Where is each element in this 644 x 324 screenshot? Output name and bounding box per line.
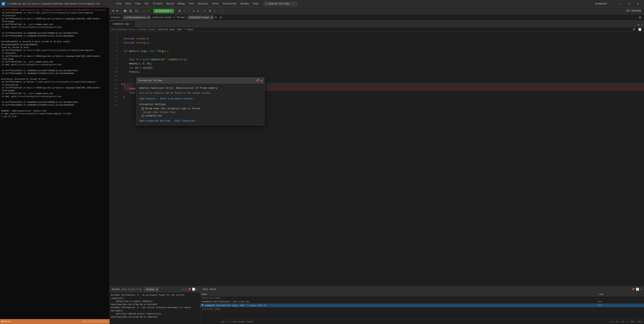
menu-extensions[interactable]: Extensions <box>221 2 238 6</box>
tab-settings-btn[interactable]: ⚙ <box>636 23 640 27</box>
toolbar-redo-btn[interactable]: ↷ <box>146 9 150 13</box>
menu-window[interactable]: Window <box>239 2 251 6</box>
toolbar-back-btn[interactable]: ◄ <box>111 9 115 13</box>
status-right: Ln: 13 Ch: 3 SPC CRLF <box>611 320 642 323</box>
terminal-line-7: #4 0x7ff9644dd0d0 (C:\WINDOWS\SYSTEM32\n… <box>1 35 108 38</box>
restart-btn[interactable]: ↺ <box>192 9 196 13</box>
output-line-3: DateTime=2021-02-07T00:40:41.5447407Z <box>111 303 198 306</box>
code-content[interactable]: #include <stdlib.h> #include <string.h> … <box>122 32 644 286</box>
callstack-row-1[interactable]: example2.exe!free(void * ptr) Line 111 C… <box>200 300 644 303</box>
dialog-pin-btn[interactable]: 📌 <box>256 79 259 82</box>
menu-test[interactable]: Test <box>187 2 196 6</box>
status-source-control[interactable]: Add to Source Control <box>82 320 108 323</box>
output-source-select[interactable]: RichNav <box>144 287 158 291</box>
terminal-line-2: #0 0x7ff697adb365 in free D:\A01\_work\7… <box>1 12 108 17</box>
restore-button[interactable]: ❒ <box>625 0 634 8</box>
close-button[interactable]: ✕ <box>634 0 642 8</box>
live-share-link[interactable]: Start Live Share session… <box>160 97 194 100</box>
process-select[interactable]: [11744] example2.exe <box>123 16 150 19</box>
toolbar-copy-btn[interactable] <box>128 9 133 13</box>
toolbar-undo-btn[interactable]: ↶ <box>142 9 146 13</box>
main-container: ==11744==ERROR: AddressSanitizer: attemp… <box>0 8 644 324</box>
toolbar: ◄ ► ↶ ↷ Continue <box>110 8 644 14</box>
svg-rect-4 <box>124 11 126 12</box>
fold-12 <box>119 78 122 83</box>
output-panel-controls: ↵ ✕ 📌 ⬜ ✕ <box>182 288 198 291</box>
toolbar-divider-1 <box>121 9 121 13</box>
output-maximize-btn[interactable]: ⬜ <box>192 288 195 291</box>
dialog-close-btn[interactable]: ✕ <box>260 79 262 82</box>
output-clear-btn[interactable]: ✕ <box>185 288 186 291</box>
search-icon <box>266 3 268 5</box>
breadcrumb-files[interactable]: Miscellaneous Files <box>111 28 135 31</box>
menu-view[interactable]: View <box>134 2 143 6</box>
output-pin-btn[interactable]: 📌 <box>188 288 191 291</box>
menu-help[interactable]: Help <box>251 2 260 6</box>
toolbar-more-btn[interactable]: ⋯ <box>220 9 224 13</box>
breadcrumb-maximize-btn[interactable]: ⬜ <box>637 27 642 32</box>
output-close-btn[interactable]: ✕ <box>196 288 198 291</box>
status-issues: ● No issues found <box>232 320 252 323</box>
continue-button[interactable]: Continue <box>154 9 174 13</box>
tab-example2-cpp[interactable]: example2.cpp ✕ <box>110 21 135 27</box>
copy-details-link[interactable]: Copy Details <box>139 97 156 100</box>
breadcrumb-scope[interactable]: (Global Scope) <box>138 28 155 31</box>
callstack-lang-3 <box>597 307 644 311</box>
more-debug-btn[interactable]: ⋯ <box>213 9 217 13</box>
break-checkbox[interactable] <box>142 107 144 110</box>
open-settings-link[interactable]: Open Exception Settings <box>139 120 171 122</box>
exe-checkbox[interactable] <box>142 114 144 117</box>
toolbar-forward-btn[interactable]: ► <box>116 9 120 13</box>
search-bar[interactable]: Search (Ctrl+Q) <box>264 2 298 6</box>
terminal-line-5 <box>1 29 108 32</box>
callstack-row-0[interactable]: [External Code] <box>200 296 644 300</box>
callstack-row-3[interactable]: [External Code] <box>200 307 644 311</box>
thread-select[interactable]: [32260] Main Thread <box>187 16 214 19</box>
callstack-maximize-btn[interactable]: ⬜ <box>636 288 639 291</box>
break-setting-item: Break when this exception type is thrown <box>139 107 261 110</box>
code-line-1 <box>124 33 644 37</box>
svg-marker-19 <box>136 29 137 30</box>
callstack-pin-btn[interactable]: 📌 <box>632 288 635 291</box>
solution-explorer-btn[interactable] <box>638 15 642 20</box>
svg-marker-8 <box>156 10 158 12</box>
step-into-btn[interactable]: ↓ <box>183 9 186 13</box>
menu-file[interactable]: File <box>114 2 124 6</box>
threads-btn[interactable]: ☰ <box>208 9 212 13</box>
menu-build[interactable]: Build <box>165 2 175 6</box>
issues-ok-icon: ● <box>232 320 233 323</box>
search-placeholder: Search (Ctrl+Q) <box>269 3 290 5</box>
terminal-line-8 <box>1 38 108 40</box>
breadcrumb-function[interactable]: main(int argc, char ** argv) <box>158 28 193 31</box>
step-over-btn[interactable] <box>177 9 182 13</box>
exe-label: example2.exe <box>146 114 162 117</box>
tab-split-btn[interactable]: ☐ <box>640 23 644 27</box>
breadcrumb-right: 📌 ⬜ <box>631 27 642 32</box>
toolbar-save-btn[interactable] <box>123 9 128 13</box>
status-bar: 111 % ● No issues found Ln: 13 Ch: 3 SPC… <box>219 319 644 324</box>
terminal-line-23: #3 0x7ff9641d7033 (C:\WINDOWS\System32\K… <box>1 101 108 104</box>
callstack-close-btn[interactable]: ✕ <box>640 288 642 291</box>
minimize-button[interactable]: — <box>616 0 625 8</box>
menu-tools[interactable]: Tools <box>210 2 221 6</box>
menu-debug[interactable]: Debug <box>176 2 186 6</box>
terminal-line-6: #3 0x7ff9641d7033 (C:\WINDOWS\System32\K… <box>1 32 108 35</box>
tab-close-btn[interactable]: ✕ <box>130 23 132 25</box>
process-settings-btn[interactable]: ⚙ <box>219 15 222 20</box>
thread-label: Thread: <box>177 16 186 19</box>
output-wrap-btn[interactable]: ↵ <box>182 288 184 291</box>
run-to-cursor-btn[interactable]: ➤ <box>203 9 207 13</box>
menu-git[interactable]: Git <box>143 2 151 6</box>
edit-conditions-link[interactable]: Edit Conditions <box>175 120 196 122</box>
menu-edit[interactable]: Edit <box>124 2 133 6</box>
callstack-lang-header: Lang <box>597 292 644 296</box>
breadcrumb-bar: Miscellaneous Files (Global Scope) main(… <box>110 27 644 32</box>
callstack-row-2[interactable]: example2.exe!main(int argc, char ** argv… <box>200 303 644 307</box>
toolbar-paste-btn[interactable] <box>134 9 139 13</box>
process-bar-right <box>638 15 642 20</box>
menu-project[interactable]: Project <box>151 2 164 6</box>
breadcrumb-pin-btn[interactable]: 📌 <box>631 27 636 32</box>
stop-btn[interactable]: ◼ <box>196 9 200 13</box>
step-out-btn[interactable]: ↑ <box>187 9 191 13</box>
menu-analyze[interactable]: Analyze <box>196 2 210 6</box>
